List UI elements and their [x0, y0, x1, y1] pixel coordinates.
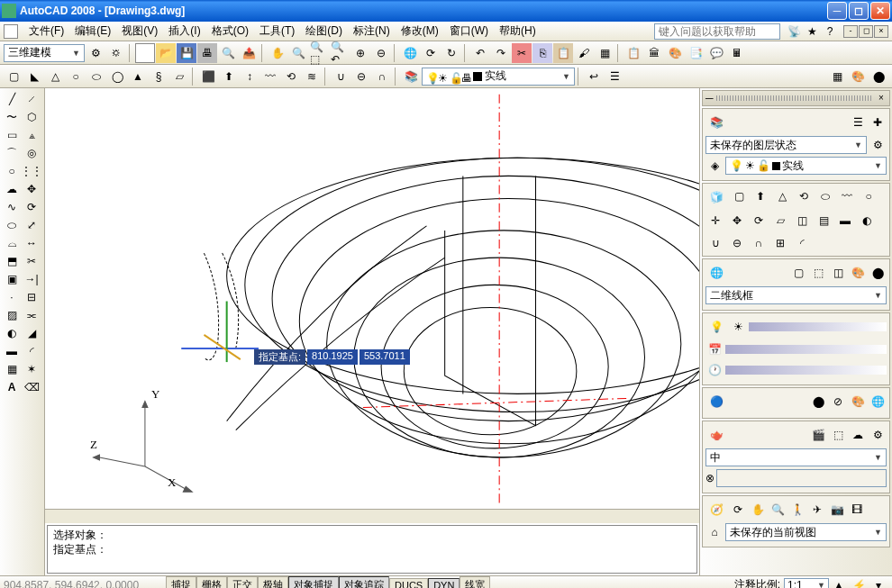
wedge-primitive-icon[interactable]: ◣	[24, 67, 44, 86]
render-panel-icon[interactable]: 🫖	[705, 424, 727, 446]
layer-filter-icon[interactable]: ☰	[849, 113, 867, 131]
pan-icon[interactable]: ✋	[268, 43, 287, 63]
helix-icon[interactable]: §	[149, 67, 168, 86]
plot-preview-icon[interactable]: 🔍	[218, 43, 238, 63]
slice-icon[interactable]: ◫	[792, 211, 812, 231]
array-tool-icon[interactable]: ⋮⋮	[22, 162, 41, 180]
sun-toggle-icon[interactable]: ☀	[729, 318, 747, 336]
mat-remove-icon[interactable]: ⊘	[829, 393, 847, 411]
table-tool-icon[interactable]: ▦	[2, 360, 22, 378]
design-center-icon[interactable]: 🏛	[644, 43, 664, 63]
intersect-icon[interactable]: ∩	[372, 67, 392, 86]
polygon-tool-icon[interactable]: ⬡	[22, 108, 41, 126]
rectangle-tool-icon[interactable]: ▭	[2, 126, 22, 144]
menu-file[interactable]: 文件(F)	[23, 22, 69, 41]
grid-toggle[interactable]: 栅格	[196, 576, 227, 588]
pyramid-primitive-icon[interactable]: ▲	[128, 67, 148, 86]
properties-icon[interactable]: 📋	[623, 43, 643, 63]
time-icon[interactable]: 🕐	[705, 361, 724, 379]
cut-icon[interactable]: ✂	[512, 43, 532, 63]
menu-dimension[interactable]: 标注(N)	[348, 22, 396, 41]
revolve2-icon[interactable]: ⟲	[794, 186, 814, 206]
render-quality-select[interactable]: 中▼	[705, 448, 887, 466]
imprint-icon[interactable]: ⊞	[770, 233, 790, 253]
quickcalc-icon[interactable]: 🖩	[727, 43, 747, 63]
cylinder-primitive-icon[interactable]: ⬭	[86, 67, 106, 86]
anno-autoscale-icon[interactable]: ⚡	[849, 575, 869, 589]
workspace-select[interactable]: 三维建模▼	[4, 44, 85, 62]
tool-palette-icon[interactable]: 🎨	[665, 43, 685, 63]
layer-manager-icon[interactable]: 📚	[401, 67, 421, 86]
menu-window[interactable]: 窗口(W)	[444, 22, 494, 41]
chamfer-tool-icon[interactable]: ◢	[22, 324, 41, 342]
subtract-icon[interactable]: ⊖	[351, 67, 371, 86]
explode-tool-icon[interactable]: ✶	[22, 360, 41, 378]
sheet-set-icon[interactable]: 📑	[686, 43, 705, 63]
markup-icon[interactable]: 💬	[706, 43, 726, 63]
zoom-previous-icon[interactable]: 🔍↶	[330, 43, 350, 63]
cone2-icon[interactable]: △	[772, 186, 792, 206]
subtract2-icon[interactable]: ⊖	[727, 233, 747, 253]
point-tool-icon[interactable]: ·	[2, 288, 22, 306]
mat-browser-icon[interactable]: 🎨	[849, 393, 867, 411]
layer-new-icon[interactable]: ✚	[869, 113, 887, 131]
nav-pan-icon[interactable]: ✋	[749, 501, 767, 519]
render-output-field[interactable]	[716, 469, 887, 487]
vs-hidden-icon[interactable]: ◫	[829, 264, 847, 282]
revcloud-tool-icon[interactable]: ☁	[2, 180, 22, 198]
3drotate-icon[interactable]: ⟳	[749, 211, 769, 231]
offset-tool-icon[interactable]: ◎	[22, 144, 41, 162]
join-tool-icon[interactable]: ⫘	[22, 306, 41, 324]
fillet-tool-icon[interactable]: ◜	[22, 342, 41, 360]
3dorbit-free-icon[interactable]: ⟳	[421, 43, 441, 63]
layer-current-select[interactable]: 💡☀🔓实线 ▼	[725, 157, 887, 175]
extrude2-icon[interactable]: ⬆	[751, 186, 770, 206]
maximize-button[interactable]: ◻	[849, 2, 869, 20]
cyl2-icon[interactable]: ⬭	[815, 186, 835, 206]
light-slider-1[interactable]	[749, 322, 887, 331]
light-slider-2[interactable]	[725, 345, 887, 354]
light-slider-3[interactable]	[725, 366, 887, 375]
nav-zoom-icon[interactable]: 🔍	[769, 501, 787, 519]
intersect2-icon[interactable]: ∩	[749, 233, 769, 253]
light-panel-icon[interactable]: 💡	[705, 316, 727, 338]
union2-icon[interactable]: ∪	[705, 233, 725, 253]
vs-conceptual-icon[interactable]: 🎨	[849, 264, 867, 282]
layer-previous-icon[interactable]: ↩	[584, 67, 604, 86]
vs-realistic-icon[interactable]: ⬤	[869, 264, 887, 282]
vs-3dwire-icon[interactable]: ⬚	[809, 264, 827, 282]
annotation-scale-select[interactable]: 1:1▼	[784, 578, 829, 589]
cone-primitive-icon[interactable]: △	[45, 67, 65, 86]
nav-camera-icon[interactable]: 📷	[828, 501, 846, 519]
nav-orbit-icon[interactable]: ⟳	[729, 501, 747, 519]
ucs-icon[interactable]: ✛	[705, 211, 725, 231]
materials-icon[interactable]: ⬤	[869, 67, 888, 86]
sphere-primitive-icon[interactable]: ○	[66, 67, 86, 86]
menu-draw[interactable]: 绘图(D)	[300, 22, 348, 41]
break-tool-icon[interactable]: ⊟	[22, 288, 41, 306]
thicken-icon[interactable]: ▬	[835, 211, 855, 231]
3dorbit-cont-icon[interactable]: ↻	[441, 43, 461, 63]
line-tool-icon[interactable]: ╱	[2, 90, 22, 108]
render-region-icon[interactable]: ⬚	[829, 426, 847, 444]
coordinates-display[interactable]: 904.8587, 594.6942, 0.0000	[4, 579, 166, 589]
menu-help[interactable]: 帮助(H)	[494, 22, 542, 41]
delete-icon[interactable]: ⊗	[705, 472, 715, 484]
help-icon[interactable]: ?	[822, 23, 838, 40]
mat-globe-icon[interactable]: 🌐	[869, 393, 887, 411]
make-block-icon[interactable]: ▣	[2, 270, 22, 288]
doc-minimize-button[interactable]: -	[843, 25, 858, 38]
view-home-icon[interactable]: ⌂	[705, 523, 724, 541]
layer-states-icon[interactable]: ☰	[605, 67, 624, 86]
stretch-tool-icon[interactable]: ↔	[22, 234, 41, 252]
sphere2-icon[interactable]: ○	[859, 186, 878, 206]
circle-tool-icon[interactable]: ○	[2, 162, 22, 180]
visual-style-panel-icon[interactable]: 🌐	[705, 262, 727, 284]
zoom-window-icon[interactable]: 🔍⬚	[309, 43, 329, 63]
move-tool-icon[interactable]: ✥	[22, 180, 41, 198]
zoom-out-icon[interactable]: ⊖	[371, 43, 391, 63]
ellipse-tool-icon[interactable]: ⬭	[2, 216, 22, 234]
snap-toggle[interactable]: 捕捉	[166, 576, 196, 588]
trim-tool-icon[interactable]: ✂	[22, 252, 41, 270]
insert-block-icon[interactable]: ⬒	[2, 252, 22, 270]
